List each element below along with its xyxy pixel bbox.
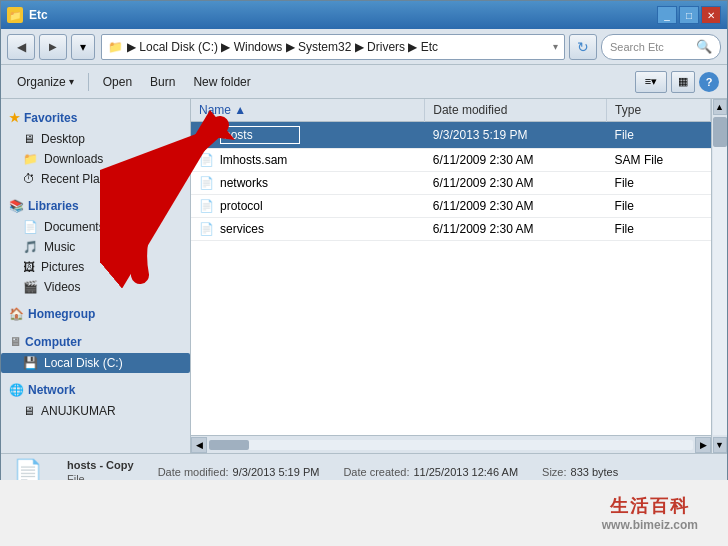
anujkumar-icon: 🖥: [23, 404, 35, 418]
col-date[interactable]: Date modified: [425, 99, 607, 122]
help-button[interactable]: ?: [699, 72, 719, 92]
status-date-modified-value: 9/3/2013 5:19 PM: [233, 466, 320, 478]
scroll-up-button[interactable]: ▲: [713, 99, 727, 115]
scroll-thumb-v[interactable]: [713, 117, 727, 147]
path-display: ▶ Local Disk (C:) ▶ Windows ▶ System32 ▶…: [127, 40, 438, 54]
col-type[interactable]: Type: [607, 99, 711, 122]
table-row[interactable]: 📄 lmhosts.sam 6/11/2009 2:30 AM SAM File: [191, 149, 711, 172]
table-row[interactable]: 📄 services 6/11/2009 2:30 AM File: [191, 218, 711, 241]
open-button[interactable]: Open: [95, 72, 140, 92]
sidebar-item-videos[interactable]: 🎬 Videos: [1, 277, 190, 297]
downloads-icon: 📁: [23, 152, 38, 166]
scroll-thumb-h[interactable]: [209, 440, 249, 450]
watermark-site: 生活百科: [610, 494, 690, 518]
file-icon: 📄: [199, 222, 214, 236]
status-date-modified: Date modified: 9/3/2013 5:19 PM: [158, 466, 320, 478]
sidebar-item-downloads[interactable]: 📁 Downloads: [1, 149, 190, 169]
recent-places-icon: ⏱: [23, 172, 35, 186]
network-header[interactable]: 🌐 Network: [1, 379, 190, 401]
recent-locations-button[interactable]: ▾: [71, 34, 95, 60]
horizontal-scrollbar[interactable]: ◀ ▶: [191, 435, 711, 453]
libraries-header[interactable]: 📚 Libraries: [1, 195, 190, 217]
pictures-icon: 🖼: [23, 260, 35, 274]
new-folder-button[interactable]: New folder: [185, 72, 258, 92]
preview-pane-button[interactable]: ▦: [671, 71, 695, 93]
libraries-label: Libraries: [28, 199, 79, 213]
organize-dropdown-icon: ▾: [69, 76, 74, 87]
address-path[interactable]: 📁 ▶ Local Disk (C:) ▶ Windows ▶ System32…: [101, 34, 565, 60]
back-button[interactable]: ◀: [7, 34, 35, 60]
file-name-cell: 📄 lmhosts.sam: [191, 149, 425, 172]
network-icon: 🌐: [9, 383, 24, 397]
status-date-modified-label: Date modified:: [158, 466, 229, 478]
sidebar-item-recent-places[interactable]: ⏱ Recent Places: [1, 169, 190, 189]
views-button[interactable]: ≡▾: [635, 71, 667, 93]
sidebar-item-documents[interactable]: 📄 Documents: [1, 217, 190, 237]
title-bar: 📁 Etc _ □ ✕: [1, 1, 727, 29]
scroll-left-button[interactable]: ◀: [191, 437, 207, 453]
desktop-icon: 🖥: [23, 132, 35, 146]
homegroup-header[interactable]: 🏠 Homegroup: [1, 303, 190, 325]
sidebar-item-anujkumar[interactable]: 🖥 ANUJKUMAR: [1, 401, 190, 421]
status-size-value: 833 bytes: [571, 466, 619, 478]
organize-label: Organize: [17, 75, 66, 89]
sidebar-item-desktop[interactable]: 🖥 Desktop: [1, 129, 190, 149]
file-type-cell: File: [607, 195, 711, 218]
toolbar: Organize ▾ Open Burn New folder ≡▾ ▦ ?: [1, 65, 727, 99]
file-date-cell: 6/11/2009 2:30 AM: [425, 218, 607, 241]
sidebar-item-pictures[interactable]: 🖼 Pictures: [1, 257, 190, 277]
col-name[interactable]: Name ▲: [191, 99, 425, 122]
file-table: Name ▲ Date modified Type: [191, 99, 711, 241]
documents-icon: 📄: [23, 220, 38, 234]
sidebar-item-music[interactable]: 🎵 Music: [1, 237, 190, 257]
homegroup-section: 🏠 Homegroup: [1, 303, 190, 325]
burn-button[interactable]: Burn: [142, 72, 183, 92]
explorer-window: 📁 Etc _ □ ✕ ◀ ▶ ▾ 📁 ▶ Local Disk (C:) ▶ …: [0, 0, 728, 480]
file-table-body: 📄 9/3/2013 5:19 PM File: [191, 122, 711, 241]
search-icon[interactable]: 🔍: [696, 39, 712, 54]
sidebar-local-disk-label: Local Disk (C:): [44, 356, 123, 370]
new-folder-label: New folder: [193, 75, 250, 89]
search-input[interactable]: [610, 41, 692, 53]
favorites-header[interactable]: ★ Favorites: [1, 107, 190, 129]
address-bar: ◀ ▶ ▾ 📁 ▶ Local Disk (C:) ▶ Windows ▶ Sy…: [1, 29, 727, 65]
main-area: ★ Favorites 🖥 Desktop 📁 Downloads ⏱ Rece…: [1, 99, 727, 453]
col-type-label: Type: [615, 103, 641, 117]
window-title: Etc: [29, 8, 48, 22]
file-date-cell: 6/11/2009 2:30 AM: [425, 195, 607, 218]
file-icon: 📄: [199, 128, 214, 142]
status-date-created: Date created: 11/25/2013 12:46 AM: [343, 466, 518, 478]
libraries-section: 📚 Libraries 📄 Documents 🎵 Music 🖼 Pictur…: [1, 195, 190, 297]
refresh-button[interactable]: ↻: [569, 34, 597, 60]
burn-label: Burn: [150, 75, 175, 89]
close-button[interactable]: ✕: [701, 6, 721, 24]
file-type-cell: File: [607, 172, 711, 195]
libraries-icon: 📚: [9, 199, 24, 213]
computer-label: Computer: [25, 335, 82, 349]
status-date-created-value: 11/25/2013 12:46 AM: [413, 466, 518, 478]
table-row[interactable]: 📄 9/3/2013 5:19 PM File: [191, 122, 711, 149]
sidebar-pictures-label: Pictures: [41, 260, 84, 274]
scroll-right-button[interactable]: ▶: [695, 437, 711, 453]
path-dropdown-icon[interactable]: ▾: [553, 41, 558, 52]
file-icon: 📄: [199, 199, 214, 213]
sidebar-item-local-disk[interactable]: 💾 Local Disk (C:): [1, 353, 190, 373]
table-row[interactable]: 📄 networks 6/11/2009 2:30 AM File: [191, 172, 711, 195]
watermark-url: www.bimeiz.com: [602, 518, 698, 532]
file-type-cell: File: [607, 122, 711, 149]
computer-header[interactable]: 🖥 Computer: [1, 331, 190, 353]
file-name-label: lmhosts.sam: [220, 153, 287, 167]
vertical-scrollbar[interactable]: ▲ ▼: [711, 99, 727, 453]
sidebar-desktop-label: Desktop: [41, 132, 85, 146]
file-table-header: Name ▲ Date modified Type: [191, 99, 711, 122]
table-row[interactable]: 📄 protocol 6/11/2009 2:30 AM File: [191, 195, 711, 218]
toolbar-separator-1: [88, 73, 89, 91]
status-size: Size: 833 bytes: [542, 466, 618, 478]
minimize-button[interactable]: _: [657, 6, 677, 24]
file-rename-input[interactable]: [220, 126, 300, 144]
maximize-button[interactable]: □: [679, 6, 699, 24]
scroll-down-button[interactable]: ▼: [713, 437, 727, 453]
file-name-cell: 📄 services: [191, 218, 425, 241]
organize-button[interactable]: Organize ▾: [9, 72, 82, 92]
forward-button[interactable]: ▶: [39, 34, 67, 60]
